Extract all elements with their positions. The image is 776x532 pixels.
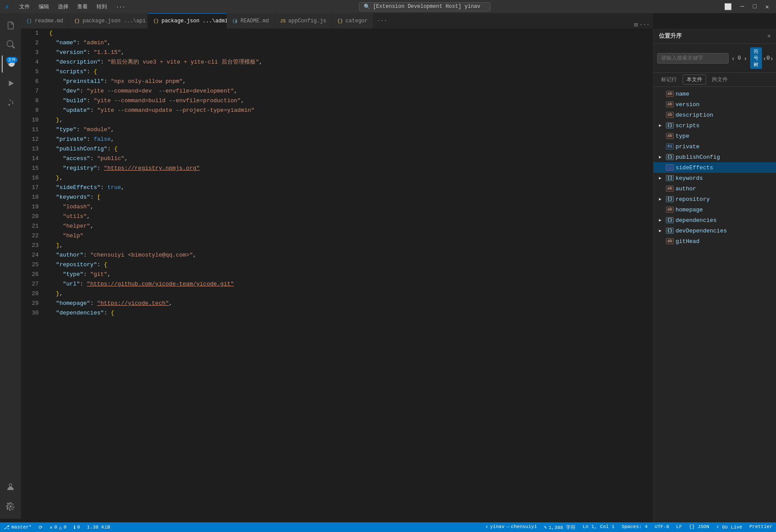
activity-extensions[interactable] xyxy=(2,94,19,111)
code-line-6: "preinstall": "npx only-allow pnpm", xyxy=(49,77,646,86)
status-yinav[interactable]: ⚡ yinav → chensuiyi xyxy=(482,524,540,530)
status-branch[interactable]: ⎇ master* xyxy=(0,522,35,532)
tree-item-name[interactable]: abname xyxy=(654,89,776,99)
branch-icon: ⎇ xyxy=(4,524,10,531)
status-spaces[interactable]: Spaces: 4 xyxy=(618,524,651,529)
menu-more[interactable]: ... xyxy=(112,2,129,11)
tree-arrow-repository[interactable] xyxy=(659,196,664,202)
menu-go[interactable]: 转到 xyxy=(93,2,111,11)
search-nav-next2[interactable]: › xyxy=(771,55,773,62)
activity-search[interactable] xyxy=(2,36,19,54)
status-sync[interactable]: ⟳ xyxy=(35,522,46,532)
tree-label-gitHead: gitHead xyxy=(676,238,700,245)
tree-type-icon-version: ab xyxy=(666,101,674,107)
tree-item-publishConfig[interactable]: {}publishConfig xyxy=(654,152,776,162)
activity-run[interactable] xyxy=(2,75,19,92)
split-editor-icon[interactable]: ⊟ xyxy=(634,21,637,29)
tree-item-author[interactable]: abauthor xyxy=(654,183,776,194)
tree-item-private[interactable]: 01private xyxy=(654,141,776,152)
tree-item-gitHead[interactable]: abgitHead xyxy=(654,236,776,246)
filter-mark-line[interactable]: 标记行 xyxy=(657,75,681,85)
code-line-1: { xyxy=(49,29,646,38)
tree-arrow-devDependencies[interactable] xyxy=(659,228,664,233)
code-line-13: "publishConfig": { xyxy=(49,144,646,154)
status-encoding[interactable]: UTF-8 xyxy=(651,524,672,529)
window-controls[interactable]: ⬜ ─ □ ✕ xyxy=(721,2,772,11)
search-nav-next[interactable]: › xyxy=(743,54,748,63)
search-icon: 🔍 xyxy=(364,4,370,10)
filter-current-file[interactable]: 本文件 xyxy=(683,75,706,85)
tree-item-scripts[interactable]: {}scripts xyxy=(654,120,776,131)
prettier-text: Prettier xyxy=(749,524,772,529)
right-panel-close-icon[interactable]: ✕ xyxy=(767,32,771,39)
tab-readme[interactable]: {} readme.md xyxy=(21,13,69,29)
code-lines: { "name": "admin", "version": "1.1.15", … xyxy=(42,29,653,522)
filter-cross-file[interactable]: 跨文件 xyxy=(708,75,732,85)
tab-appconfig[interactable]: JS appConfig.js xyxy=(275,13,332,29)
tree-type-icon-sideEffects: ☆ xyxy=(666,164,674,171)
tree-label-publishConfig: publishConfig xyxy=(676,154,720,161)
maximize-button[interactable]: □ xyxy=(749,2,760,11)
tab-categor[interactable]: {} categor xyxy=(332,13,374,29)
menu-edit[interactable]: 编辑 xyxy=(35,2,53,11)
tree-arrow-publishConfig[interactable] xyxy=(659,154,664,160)
tab-package-api[interactable]: {} package.json ...\api xyxy=(69,13,148,29)
search-nav-prev[interactable]: ‹ xyxy=(730,54,736,63)
encoding-text: UTF-8 xyxy=(654,524,669,529)
tab-package-admin[interactable]: {} package.json ...\admin ✕ xyxy=(148,13,227,29)
minimize-button[interactable]: ─ xyxy=(737,2,747,11)
status-char-count[interactable]: ✎ 1,388 字符 xyxy=(540,524,579,531)
tree-item-keywords[interactable]: []keywords xyxy=(654,173,776,183)
code-line-30: "dependencies": { xyxy=(49,308,646,318)
tree-type-icon-type: ab xyxy=(666,133,674,139)
tab-overflow-button[interactable]: ··· xyxy=(373,13,390,29)
tree-item-version[interactable]: abversion xyxy=(654,99,776,110)
close-button[interactable]: ✕ xyxy=(762,2,772,11)
status-file-size[interactable]: 1.38 KiB xyxy=(83,522,114,532)
activity-explorer[interactable] xyxy=(2,17,19,34)
tree-area[interactable]: abnameabversionabdescription{}scriptsabt… xyxy=(654,87,776,522)
status-prettier[interactable]: Prettier xyxy=(746,524,776,529)
title-search-box[interactable]: 🔍 [Extension Development Host] yinav xyxy=(359,2,490,11)
tree-item-description[interactable]: abdescription xyxy=(654,110,776,120)
activity-settings[interactable] xyxy=(2,498,19,515)
menu-view[interactable]: 查看 xyxy=(74,2,91,11)
yinav-name: yinav xyxy=(490,524,504,529)
tree-arrow-scripts[interactable] xyxy=(659,123,664,128)
tree-item-dependencies[interactable]: {}dependencies xyxy=(654,215,776,225)
tab-package-admin-close[interactable]: ✕ xyxy=(234,18,239,25)
search-nav-prev2[interactable]: ‹ xyxy=(764,55,766,62)
tree-item-homepage[interactable]: abhomepage xyxy=(654,204,776,215)
status-right: ⚡ yinav → chensuiyi ✎ 1,388 字符 Ln 1, Col… xyxy=(482,524,776,531)
search-type-button[interactable]: 符号树 xyxy=(750,47,762,69)
status-line-ending[interactable]: LF xyxy=(672,524,685,529)
tab-readme-label: readme.md xyxy=(35,18,63,24)
tree-item-sideEffects[interactable]: ☆sideEffects xyxy=(654,162,776,173)
filter-row: 标记行 本文件 跨文件 xyxy=(654,73,776,87)
status-language[interactable]: {} JSON xyxy=(686,524,713,529)
tree-arrow-dependencies[interactable] xyxy=(659,218,664,223)
tree-item-devDependencies[interactable]: {}devDependencies xyxy=(654,225,776,236)
tree-type-icon-scripts: {} xyxy=(666,122,674,129)
right-panel-search-input[interactable] xyxy=(657,53,729,64)
editor-area: 12345 678910 1112131415 1617181920 21222… xyxy=(21,29,653,522)
more-actions-icon[interactable]: ··· xyxy=(640,21,650,28)
status-position[interactable]: Ln 1, Col 1 xyxy=(579,524,618,529)
tree-arrow-keywords[interactable] xyxy=(659,175,664,181)
status-go-live[interactable]: ⚡ Go Live xyxy=(713,524,746,530)
menu-bar[interactable]: 文件 编辑 选择 查看 转到 ... xyxy=(16,2,129,11)
menu-file[interactable]: 文件 xyxy=(16,2,33,11)
code-line-12: "private": false, xyxy=(49,135,646,144)
tree-item-type[interactable]: abtype xyxy=(654,131,776,141)
status-errors[interactable]: ✕ 0 △ 0 xyxy=(46,522,70,532)
tree-item-repository[interactable]: {}repository xyxy=(654,194,776,204)
activity-source-control[interactable]: 文件 xyxy=(2,55,19,73)
menu-selection[interactable]: 选择 xyxy=(54,2,72,11)
code-line-15: "registry": "https://registry.npmjs.org" xyxy=(49,164,646,173)
activity-account[interactable] xyxy=(2,478,19,496)
code-line-9: "update": "yite --command=update --proje… xyxy=(49,106,646,115)
editor-scroll[interactable]: 12345 678910 1112131415 1617181920 21222… xyxy=(21,29,653,522)
yinav-text: ⚡ xyxy=(485,524,488,530)
layout-icon[interactable]: ⬜ xyxy=(721,2,735,11)
status-info[interactable]: ℹ 0 xyxy=(70,522,84,532)
